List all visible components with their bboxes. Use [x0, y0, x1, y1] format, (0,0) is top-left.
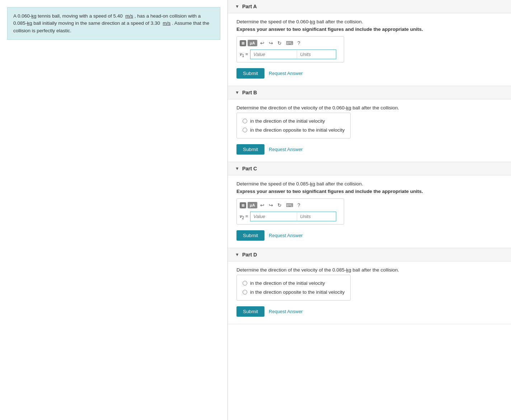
part-a-redo-btn[interactable]: ↪ [267, 39, 275, 47]
part-c-submit-button[interactable]: Submit [236, 230, 264, 241]
part-b-option2-row: in the direction opposite to the initial… [243, 126, 344, 135]
part-a-section: ▼ Part A Determine the speed of the 0.06… [228, 0, 511, 86]
part-b-option2-label: in the direction opposite to the initial… [250, 127, 344, 133]
part-d-option2-row: in the direction opposite to the initial… [243, 288, 344, 297]
part-b-submit-row: Submit Request Answer [236, 144, 502, 155]
part-c-toolbar: ⊞ μA ↩ ↪ ↻ ⌨ ? [240, 202, 341, 209]
part-a-units-input[interactable] [297, 49, 336, 59]
part-c-grid-btn[interactable]: ⊞ [240, 202, 246, 208]
part-c-keyboard-btn[interactable]: ⌨ [285, 202, 295, 209]
part-a-label: Part A [242, 4, 257, 9]
part-c-header: ▼ Part C [228, 162, 511, 175]
part-a-body: Determine the speed of the 0.060-kg ball… [228, 13, 511, 86]
part-d-chevron[interactable]: ▼ [235, 252, 239, 257]
part-a-submit-button[interactable]: Submit [236, 68, 264, 79]
part-d-option2-label: in the direction opposite to the initial… [250, 289, 344, 295]
part-a-instruction: Express your answer to two significant f… [236, 27, 502, 32]
part-a-toolbar: ⊞ μA ↩ ↪ ↻ ⌨ ? [240, 39, 341, 47]
part-d-header: ▼ Part D [228, 248, 511, 261]
part-b-option1-row: in the direction of the initial velocity [243, 117, 344, 126]
part-c-body: Determine the speed of the 0.085-kg ball… [228, 175, 511, 248]
part-a-value-input[interactable] [250, 49, 297, 59]
part-a-undo-btn[interactable]: ↩ [259, 39, 266, 47]
part-c-redo-btn[interactable]: ↪ [267, 202, 275, 209]
part-c-input-row: v2 = [240, 212, 341, 221]
part-b-option1-label: in the direction of the initial velocity [250, 118, 325, 124]
part-b-label: Part B [242, 90, 257, 95]
part-b-radio-option2[interactable] [243, 128, 247, 132]
part-c-answer-box: ⊞ μA ↩ ↪ ↻ ⌨ ? v2 = [236, 198, 344, 225]
part-b-header: ▼ Part B [228, 86, 511, 99]
part-d-radio-option2[interactable] [243, 290, 247, 294]
part-b-radio-option1[interactable] [243, 119, 247, 123]
part-b-submit-button[interactable]: Submit [236, 144, 264, 155]
part-d-radio-option1[interactable] [243, 281, 247, 285]
part-a-grid-btn[interactable]: ⊞ [240, 40, 246, 46]
part-c-label: Part C [242, 166, 257, 171]
part-a-submit-row: Submit Request Answer [236, 68, 502, 79]
part-c-request-answer-link[interactable]: Request Answer [269, 233, 303, 238]
part-d-submit-row: Submit Request Answer [236, 306, 502, 317]
part-c-refresh-btn[interactable]: ↻ [276, 202, 283, 209]
part-d-radio-box: in the direction of the initial velocity… [236, 275, 351, 301]
part-c-question: Determine the speed of the 0.085-kg ball… [236, 181, 502, 187]
part-c-submit-row: Submit Request Answer [236, 230, 502, 241]
part-a-chevron[interactable]: ▼ [235, 4, 239, 9]
part-a-answer-box: ⊞ μA ↩ ↪ ↻ ⌨ ? v1 = [236, 36, 344, 62]
part-d-section: ▼ Part D Determine the direction of the … [228, 248, 511, 324]
part-c-instruction: Express your answer to two significant f… [236, 189, 502, 194]
part-d-question: Determine the direction of the velocity … [236, 267, 502, 273]
part-a-question: Determine the speed of the 0.060-kg ball… [236, 19, 502, 24]
part-d-submit-button[interactable]: Submit [236, 306, 264, 317]
part-c-section: ▼ Part C Determine the speed of the 0.08… [228, 162, 511, 248]
part-b-chevron[interactable]: ▼ [235, 90, 239, 95]
part-b-section: ▼ Part B Determine the direction of the … [228, 86, 511, 162]
right-panel: ▼ Part A Determine the speed of the 0.06… [228, 0, 511, 420]
part-d-label: Part D [242, 252, 257, 258]
part-c-undo-btn[interactable]: ↩ [259, 202, 266, 209]
part-b-question: Determine the direction of the velocity … [236, 105, 502, 110]
part-a-mu-btn[interactable]: μA [248, 40, 257, 46]
part-d-request-answer-link[interactable]: Request Answer [269, 309, 303, 314]
part-c-chevron[interactable]: ▼ [235, 166, 239, 171]
part-a-input-label: v1 = [240, 51, 248, 58]
part-c-mu-btn[interactable]: μA [248, 202, 257, 208]
part-a-input-row: v1 = [240, 49, 341, 59]
part-b-radio-box: in the direction of the initial velocity… [236, 113, 351, 138]
part-a-refresh-btn[interactable]: ↻ [276, 39, 283, 47]
part-a-header: ▼ Part A [228, 0, 511, 13]
part-c-help-btn[interactable]: ? [296, 202, 302, 209]
part-b-request-answer-link[interactable]: Request Answer [269, 147, 303, 152]
problem-text: A 0.060-kg tennis ball, moving with a sp… [13, 13, 209, 33]
part-a-request-answer-link[interactable]: Request Answer [269, 71, 303, 76]
part-b-body: Determine the direction of the velocity … [228, 99, 511, 162]
part-a-help-btn[interactable]: ? [296, 39, 302, 47]
part-d-option1-label: in the direction of the initial velocity [250, 280, 325, 286]
part-c-input-label: v2 = [240, 213, 248, 220]
part-a-keyboard-btn[interactable]: ⌨ [285, 39, 295, 47]
part-d-body: Determine the direction of the velocity … [228, 261, 511, 324]
problem-statement: A 0.060-kg tennis ball, moving with a sp… [7, 7, 220, 40]
part-d-option1-row: in the direction of the initial velocity [243, 279, 344, 288]
left-panel: A 0.060-kg tennis ball, moving with a sp… [0, 0, 228, 420]
part-c-units-input[interactable] [297, 212, 336, 221]
part-c-value-input[interactable] [250, 212, 297, 221]
